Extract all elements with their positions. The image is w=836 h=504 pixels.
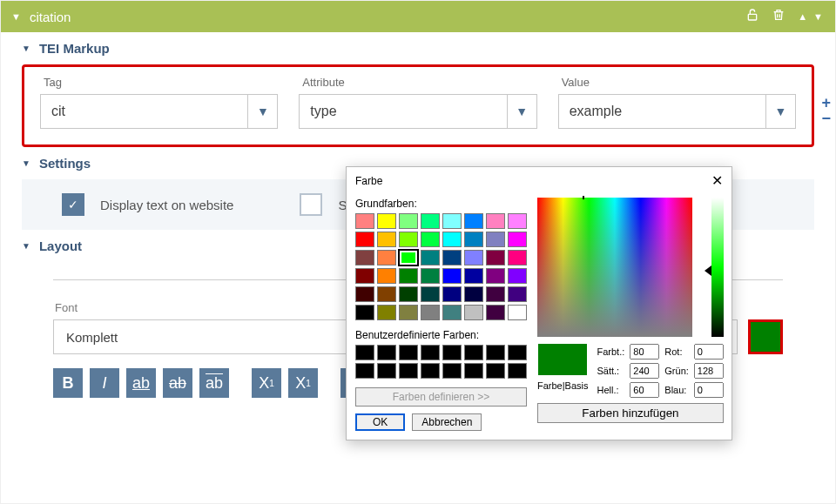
basic-color-swatch[interactable] bbox=[421, 250, 440, 265]
basic-color-swatch[interactable] bbox=[377, 250, 396, 265]
basic-color-swatch[interactable] bbox=[508, 213, 527, 229]
basic-color-swatch[interactable] bbox=[399, 213, 418, 229]
basic-color-swatch[interactable] bbox=[399, 286, 418, 302]
cancel-button[interactable]: Abbrechen bbox=[412, 413, 482, 431]
overline-button[interactable]: ab bbox=[199, 368, 229, 398]
basic-color-swatch[interactable] bbox=[377, 213, 396, 229]
basic-color-swatch[interactable] bbox=[421, 286, 440, 302]
italic-button[interactable]: I bbox=[90, 368, 119, 398]
custom-color-swatch[interactable] bbox=[442, 363, 462, 379]
section-tei-header[interactable]: ▼ TEI Markup bbox=[1, 32, 835, 64]
basic-color-swatch[interactable] bbox=[377, 305, 396, 320]
value-combo[interactable]: example ▼ bbox=[558, 94, 796, 129]
svg-rect-0 bbox=[748, 14, 756, 20]
basic-color-swatch[interactable] bbox=[464, 268, 483, 284]
basic-color-swatch[interactable] bbox=[508, 286, 527, 302]
underline-button[interactable]: ab bbox=[126, 368, 156, 398]
custom-color-swatch[interactable] bbox=[377, 345, 396, 360]
define-colors-button[interactable]: Farben definieren >> bbox=[355, 387, 527, 407]
add-color-button[interactable]: Farben hinzufügen bbox=[537, 403, 724, 423]
strike-button[interactable]: ab bbox=[163, 368, 192, 398]
basic-color-swatch[interactable] bbox=[442, 268, 462, 284]
custom-color-swatch[interactable] bbox=[508, 363, 527, 379]
basic-color-swatch[interactable] bbox=[399, 268, 418, 284]
basic-color-swatch[interactable] bbox=[442, 213, 462, 229]
custom-color-swatch[interactable] bbox=[486, 345, 505, 360]
custom-color-swatch[interactable] bbox=[355, 363, 374, 379]
basic-color-swatch[interactable] bbox=[508, 305, 527, 320]
add-row-button[interactable]: + bbox=[821, 95, 831, 111]
basic-color-swatch[interactable] bbox=[464, 305, 483, 320]
basic-color-swatch[interactable] bbox=[442, 232, 462, 247]
basic-color-swatch[interactable] bbox=[377, 286, 396, 302]
basic-color-swatch[interactable] bbox=[355, 250, 374, 265]
basic-color-swatch[interactable] bbox=[464, 213, 483, 229]
basic-color-swatch[interactable] bbox=[486, 286, 505, 302]
custom-color-swatch[interactable] bbox=[464, 363, 483, 379]
unlock-icon[interactable] bbox=[745, 8, 759, 25]
custom-color-swatch[interactable] bbox=[355, 345, 374, 360]
ok-button[interactable]: OK bbox=[355, 413, 405, 431]
basic-color-swatch[interactable] bbox=[355, 268, 374, 284]
set-checkbox[interactable] bbox=[300, 193, 322, 216]
basic-color-swatch[interactable] bbox=[464, 286, 483, 302]
custom-color-swatch[interactable] bbox=[442, 345, 462, 360]
basic-color-swatch[interactable] bbox=[421, 268, 440, 284]
tag-combo[interactable]: cit ▼ bbox=[40, 94, 278, 129]
basic-color-swatch[interactable] bbox=[421, 232, 440, 247]
remove-row-button[interactable]: − bbox=[821, 111, 831, 126]
basic-color-swatch[interactable] bbox=[464, 250, 483, 265]
green-input[interactable] bbox=[694, 363, 724, 379]
collapse-icon[interactable]: ▼ bbox=[11, 11, 21, 22]
close-icon[interactable]: ✕ bbox=[711, 172, 723, 189]
custom-color-swatch[interactable] bbox=[464, 345, 483, 360]
custom-color-swatch[interactable] bbox=[508, 345, 527, 360]
attribute-combo[interactable]: type ▼ bbox=[299, 94, 536, 129]
bold-button[interactable]: B bbox=[53, 368, 83, 398]
basic-color-swatch[interactable] bbox=[355, 232, 374, 247]
basic-color-swatch[interactable] bbox=[486, 268, 505, 284]
custom-color-swatch[interactable] bbox=[421, 363, 440, 379]
superscript-button[interactable]: X1 bbox=[288, 368, 318, 398]
basic-color-swatch[interactable] bbox=[508, 232, 527, 247]
hue-input[interactable] bbox=[630, 344, 659, 360]
basic-color-swatch[interactable] bbox=[355, 286, 374, 302]
basic-color-swatch[interactable] bbox=[421, 305, 440, 320]
luminance-bar[interactable] bbox=[711, 198, 724, 337]
basic-color-swatch[interactable] bbox=[486, 250, 505, 265]
basic-color-swatch[interactable] bbox=[377, 268, 396, 284]
custom-color-swatch[interactable] bbox=[399, 363, 418, 379]
display-checkbox[interactable]: ✓ bbox=[62, 193, 84, 216]
color-swatch[interactable] bbox=[748, 319, 783, 354]
basic-color-swatch[interactable] bbox=[464, 232, 483, 247]
chevron-down-icon: ▼ bbox=[22, 241, 30, 251]
lum-input[interactable] bbox=[630, 382, 659, 398]
basic-color-swatch[interactable] bbox=[399, 232, 418, 247]
custom-color-swatch[interactable] bbox=[377, 363, 396, 379]
sat-input[interactable] bbox=[630, 363, 659, 379]
basic-color-swatch[interactable] bbox=[508, 250, 527, 265]
basic-color-swatch[interactable] bbox=[486, 213, 505, 229]
basic-color-swatch[interactable] bbox=[355, 305, 374, 320]
basic-color-swatch[interactable] bbox=[355, 213, 374, 229]
reorder-arrows[interactable]: ▲ ▼ bbox=[798, 11, 825, 22]
basic-color-swatch[interactable] bbox=[442, 305, 462, 320]
basic-color-swatch[interactable] bbox=[442, 250, 462, 265]
basic-color-swatch[interactable] bbox=[442, 286, 462, 302]
color-gradient[interactable] bbox=[537, 198, 692, 337]
custom-color-swatch[interactable] bbox=[399, 345, 418, 360]
red-input[interactable] bbox=[694, 344, 724, 360]
basic-color-swatch[interactable] bbox=[486, 305, 505, 320]
blue-input[interactable] bbox=[694, 382, 724, 398]
custom-color-swatch[interactable] bbox=[486, 363, 505, 379]
basic-color-swatch[interactable] bbox=[421, 213, 440, 229]
basic-color-swatch[interactable] bbox=[486, 232, 505, 247]
basic-color-swatch[interactable] bbox=[508, 268, 527, 284]
basic-color-swatch[interactable] bbox=[377, 232, 396, 247]
subscript-button[interactable]: X1 bbox=[252, 368, 281, 398]
trash-icon[interactable] bbox=[772, 8, 785, 25]
custom-color-grid bbox=[355, 345, 527, 379]
basic-color-swatch[interactable] bbox=[399, 250, 418, 265]
basic-color-swatch[interactable] bbox=[399, 305, 418, 320]
custom-color-swatch[interactable] bbox=[421, 345, 440, 360]
